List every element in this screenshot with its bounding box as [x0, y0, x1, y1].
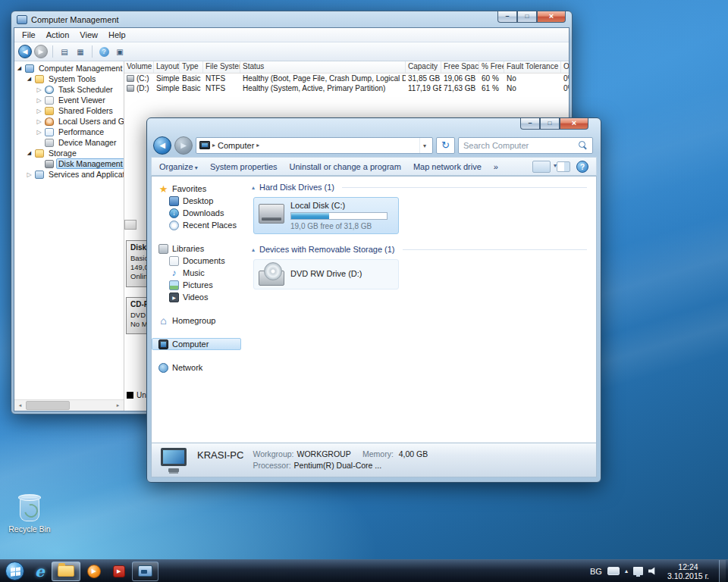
taskbar-computer-management[interactable]: [132, 562, 158, 581]
column-header[interactable]: Type: [180, 61, 203, 73]
more-commands-chevron[interactable]: »: [494, 162, 498, 171]
search-input[interactable]: [463, 141, 579, 150]
column-header[interactable]: % Free: [479, 61, 504, 73]
nav-pane-item[interactable]: Pictures: [152, 279, 241, 291]
nav-pane-item[interactable]: Favorites: [152, 183, 241, 195]
back-button[interactable]: [153, 136, 171, 155]
tree-item[interactable]: System Tools: [14, 74, 124, 84]
help-icon[interactable]: [97, 45, 111, 58]
mmc-titlebar[interactable]: Computer Management: [11, 11, 572, 27]
drive-item[interactable]: Local Disk (C:) 19,0 GB free of 31,8 GB: [253, 197, 399, 234]
maximize-button[interactable]: [540, 118, 560, 130]
column-header[interactable]: Free Space: [441, 61, 479, 73]
toolbar-command[interactable]: Map network drive: [413, 162, 482, 171]
tree-item[interactable]: Device Manager: [14, 137, 124, 148]
nav-pane-item[interactable]: Computer: [152, 338, 241, 350]
address-bar[interactable]: Computer: [196, 137, 433, 154]
taskbar-windows-explorer[interactable]: [52, 562, 80, 581]
refresh-button[interactable]: [436, 137, 455, 154]
tree-item[interactable]: Storage: [14, 148, 124, 158]
column-header[interactable]: Overhead: [561, 61, 569, 73]
expand-arrow-icon[interactable]: [26, 171, 33, 178]
group-header[interactable]: Devices with Removable Storage (1): [252, 245, 587, 254]
expand-arrow-icon[interactable]: [36, 118, 42, 125]
nav-pane-item[interactable]: Music: [152, 267, 241, 279]
tree-item[interactable]: Task Scheduler: [14, 84, 124, 95]
expand-arrow-icon[interactable]: [36, 86, 42, 93]
menu-item[interactable]: Help: [103, 29, 131, 41]
tree-item[interactable]: Local Users and Groups: [14, 116, 124, 127]
column-header[interactable]: Status: [240, 61, 406, 73]
nav-pane-item[interactable]: Downloads: [152, 207, 241, 219]
drive-item[interactable]: DVD RW Drive (D:): [253, 259, 399, 289]
column-header[interactable]: Fault Tolerance: [504, 61, 561, 73]
tree-item[interactable]: Performance: [14, 127, 124, 137]
back-button[interactable]: [18, 45, 32, 58]
column-header[interactable]: Layout: [154, 61, 180, 73]
breadcrumb-arrow-icon[interactable]: [256, 142, 259, 149]
tree-item[interactable]: Disk Management: [14, 158, 124, 169]
clock[interactable]: 12:24 3.10.2015 г.: [663, 562, 714, 580]
collapse-group-icon[interactable]: [252, 184, 255, 191]
scrollbar-thumb[interactable]: [26, 401, 70, 410]
expand-arrow-icon[interactable]: [36, 129, 42, 136]
nav-pane-item[interactable]: Libraries: [152, 242, 241, 255]
action-pane-icon[interactable]: [113, 45, 127, 58]
forward-button[interactable]: [34, 45, 48, 58]
taskbar-media-player-classic[interactable]: [108, 562, 130, 581]
volume-icon[interactable]: [648, 567, 657, 575]
volume-row[interactable]: (D:) Simple Basic NTFS Healthy (System, …: [124, 83, 569, 93]
scroll-right-arrow[interactable]: [112, 400, 124, 411]
language-indicator[interactable]: BG: [590, 567, 602, 576]
nav-pane-item[interactable]: Desktop: [152, 195, 241, 207]
search-box[interactable]: [458, 137, 593, 154]
scroll-left-arrow[interactable]: [14, 400, 26, 411]
organize-button[interactable]: Organize: [159, 162, 198, 171]
start-button[interactable]: [0, 560, 29, 582]
nav-pane-item[interactable]: Recent Places: [152, 219, 241, 231]
nav-pane-item[interactable]: Videos: [152, 291, 241, 303]
tree-item[interactable]: Event Viewer: [14, 95, 124, 105]
volume-row[interactable]: (C:) Simple Basic NTFS Healthy (Boot, Pa…: [124, 74, 569, 83]
close-button[interactable]: [560, 118, 588, 130]
show-desktop-button[interactable]: [719, 560, 726, 582]
recycle-bin[interactable]: Recycle Bin: [5, 497, 55, 534]
menu-item[interactable]: Action: [41, 29, 75, 41]
column-header[interactable]: File System: [203, 61, 240, 73]
show-console-tree-icon[interactable]: [58, 45, 71, 58]
menu-item[interactable]: File: [17, 29, 41, 41]
tree-item[interactable]: Services and Applications: [14, 169, 124, 180]
tree-item[interactable]: Computer Management (Local: [14, 63, 124, 74]
pane-splitter[interactable]: [124, 220, 136, 230]
minimize-button[interactable]: [520, 118, 540, 130]
collapse-group-icon[interactable]: [252, 246, 255, 253]
maximize-button[interactable]: [517, 11, 537, 23]
nav-pane-item[interactable]: Homegroup: [152, 314, 241, 327]
column-header[interactable]: Volume: [124, 61, 154, 73]
search-icon[interactable]: [579, 141, 588, 150]
taskbar-media-player[interactable]: [82, 562, 106, 581]
preview-pane-icon[interactable]: [557, 161, 570, 172]
horizontal-scrollbar[interactable]: [14, 399, 124, 411]
breadcrumb-computer[interactable]: Computer: [218, 141, 254, 150]
menu-item[interactable]: View: [74, 29, 103, 41]
nav-pane-item[interactable]: Documents: [152, 255, 241, 267]
taskbar-internet-explorer[interactable]: e: [30, 562, 50, 581]
toolbar-command[interactable]: System properties: [210, 162, 278, 171]
change-view-icon[interactable]: [532, 161, 551, 173]
expand-arrow-icon[interactable]: [26, 76, 33, 82]
toolbar-command[interactable]: Uninstall or change a program: [290, 162, 401, 171]
close-button[interactable]: [537, 11, 566, 23]
nav-pane-item[interactable]: Network: [152, 361, 241, 374]
hidden-icons-arrow-icon[interactable]: [625, 568, 628, 574]
expand-arrow-icon[interactable]: [26, 150, 33, 156]
tree-item[interactable]: Shared Folders: [14, 105, 124, 116]
keyboard-icon[interactable]: [607, 567, 620, 575]
expand-arrow-icon[interactable]: [36, 97, 42, 104]
group-header[interactable]: Hard Disk Drives (1): [252, 183, 587, 192]
forward-button[interactable]: [174, 136, 193, 155]
column-header[interactable]: Capacity: [406, 61, 441, 73]
help-icon[interactable]: [576, 161, 588, 173]
address-dropdown-icon[interactable]: [419, 138, 429, 153]
expand-arrow-icon[interactable]: [36, 108, 42, 114]
